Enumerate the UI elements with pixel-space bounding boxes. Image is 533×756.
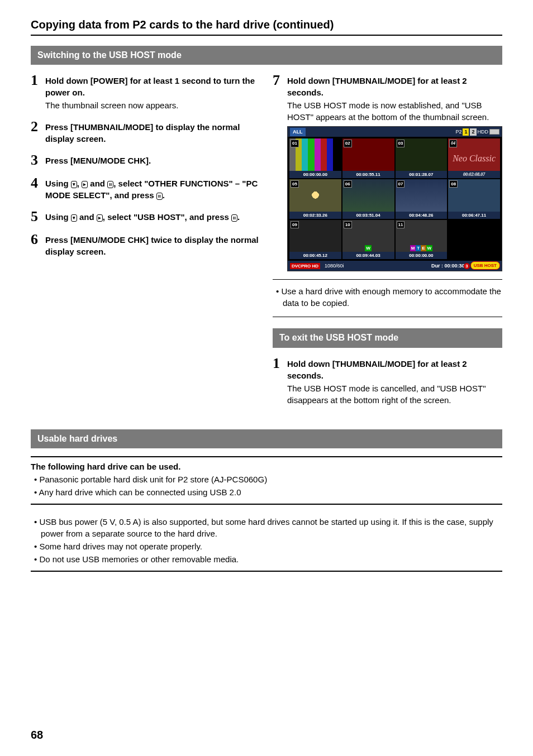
section-bar-switching: Switching to the USB HOST mode [31,46,502,65]
divider [31,571,502,572]
usable-notes-list: USB bus power (5 V, 0.5 A) is also suppo… [31,516,502,565]
step-number: 2 [31,119,45,134]
step-desc: The thumbnail screen now appears. [45,99,260,111]
text-part: . [163,190,165,200]
thumbnail-cell: 0500:02:33.26 [289,179,341,219]
list-item: Any hard drive which can be connected us… [31,486,502,498]
mark-badge: W [426,245,433,251]
format-label: 1080/60i [325,262,344,270]
step-number: 7 [273,73,287,88]
clip-marks: W [342,245,394,251]
clip-marks: MTEW [396,245,448,251]
right-column: 7 Hold down [THUMBNAIL/MODE] for at leas… [273,73,502,413]
thumbnail-cell: 11MTEW00:00:00.00 [396,220,448,260]
usable-header: The following hard drive can be used. [31,461,502,472]
step-3: 3 Press [MENU/MODE CHK]. [31,152,260,168]
hdd-label: HDD [478,128,489,136]
thumbnail-cell: 0800:06:47.11 [448,179,500,219]
subsection-bar-exit: To exit the USB HOST mode [273,328,502,347]
step-text: Press [MENU/MODE CHK] twice to display t… [45,234,260,257]
divider [273,317,502,317]
mark-badge: E [421,245,426,251]
step-number: 6 [31,232,45,247]
clip-number: 09 [291,221,299,228]
step-text: Using ▾ and ▸, select "USB HOST", and pr… [45,211,260,223]
usb-host-badge: USB HOST [470,261,500,270]
clip-timecode: 00:00:45.12 [289,252,341,259]
thumbnail-grid: 0100:00:00.000200:00:55.110300:01:28.070… [288,137,502,261]
count-bubble: 3 [464,263,470,269]
clip-timecode: 00:02:33.26 [289,212,341,219]
thumbnail-cell [448,220,500,260]
text-part: , [77,179,82,188]
thumbnail-cell: 0100:00:00.00 [289,138,341,178]
thumbnail-cell: 0600:03:51.04 [342,179,394,219]
all-badge: ALL [290,128,306,136]
dvcpro-badge: DVCPRO HD [290,263,320,269]
thumbnail-cell: 0900:00:45.12 [289,220,341,260]
clip-timecode: 00:00:00.00 [396,252,448,259]
clip-timecode: 00:04:48.26 [396,212,448,219]
step-desc: The USB HOST mode is now established, an… [287,99,502,123]
screenshot-top-bar: ALL P2 1 2 HDD [288,127,502,137]
clip-timecode: 00:02:08.07 [448,171,500,178]
step-text: Press [THUMBNAIL/MODE] to display the no… [45,121,260,145]
clip-timecode: 00:03:51.04 [342,212,394,219]
divider [273,279,502,280]
clip-title: Neo Classic [453,152,496,165]
text-part: Using [45,212,71,222]
slot-1-badge: 1 [463,128,469,136]
text-part: and [77,212,97,222]
pause-icon: ıı [107,181,113,188]
divider [31,456,502,457]
text-part: , select "USB HOST", and press [103,212,231,222]
clip-timecode: 00:06:47.11 [448,212,500,219]
section-bar-usable: Usable hard drives [31,429,502,448]
clip-timecode: 00:09:44.03 [342,252,394,259]
clip-timecode: 00:00:00.00 [289,171,341,178]
step-1: 1 Hold down [POWER] for at least 1 secon… [31,73,260,111]
clip-number: 05 [291,180,299,188]
clip-number: 06 [344,180,352,188]
clip-timecode: 00:01:28.07 [396,171,448,178]
step-text: Hold down [THUMBNAIL/MODE] for at least … [287,75,502,98]
note-list: Use a hard drive with enough memory to a… [273,285,502,309]
list-item: Do not use USB memories or other removab… [31,553,502,565]
step-text: Using ▾, ▸ and ıı, select "OTHER FUNCTIO… [45,178,260,201]
text-part: . [237,212,240,222]
thumbnail-screenshot: ALL P2 1 2 HDD 0100:00:00.000200:00:55.1… [287,126,502,271]
left-column: 1 Hold down [POWER] for at least 1 secon… [31,73,260,265]
step-number: 3 [31,152,45,168]
mark-badge: M [410,245,416,251]
step-number: 1 [31,73,45,88]
clip-number: 08 [449,180,458,188]
step-number: 5 [31,209,45,224]
step-7: 7 Hold down [THUMBNAIL/MODE] for at leas… [273,73,502,271]
clip-number: 10 [344,221,352,228]
right-icon: ▸ [97,214,103,222]
text-part: and [88,179,107,188]
pause-icon: ıı [231,214,237,222]
note-item: Use a hard drive with enough memory to a… [273,285,502,309]
step-desc: The USB HOST mode is cancelled, and "USB… [287,382,502,406]
step-4: 4 Using ▾, ▸ and ıı, select "OTHER FUNCT… [31,175,260,201]
usable-drive-list: Panasonic portable hard disk unit for P2… [31,473,502,498]
list-item: Panasonic portable hard disk unit for P2… [31,473,502,485]
clip-number: 07 [397,180,405,188]
clip-timecode: 00:00:55.11 [342,171,394,178]
thumbnail-cell: 04Neo Classic00:02:08.07 [448,138,500,178]
step-number: 1 [273,356,287,371]
step-text: Press [MENU/MODE CHK]. [45,155,260,166]
clip-number: 02 [344,140,352,147]
step-5: 5 Using ▾ and ▸, select "USB HOST", and … [31,209,260,224]
step-number: 4 [31,175,45,190]
list-item: Some hard drives may not operate properl… [31,540,502,552]
step-6: 6 Press [MENU/MODE CHK] twice to display… [31,232,260,257]
hdd-icon [489,129,499,135]
pause-icon: ıı [156,193,163,200]
divider [31,504,502,505]
thumbnail-cell: 0300:01:28.07 [396,138,448,178]
mark-badge: T [416,245,421,251]
down-icon: ▾ [71,214,77,222]
clip-number: 03 [397,140,405,147]
